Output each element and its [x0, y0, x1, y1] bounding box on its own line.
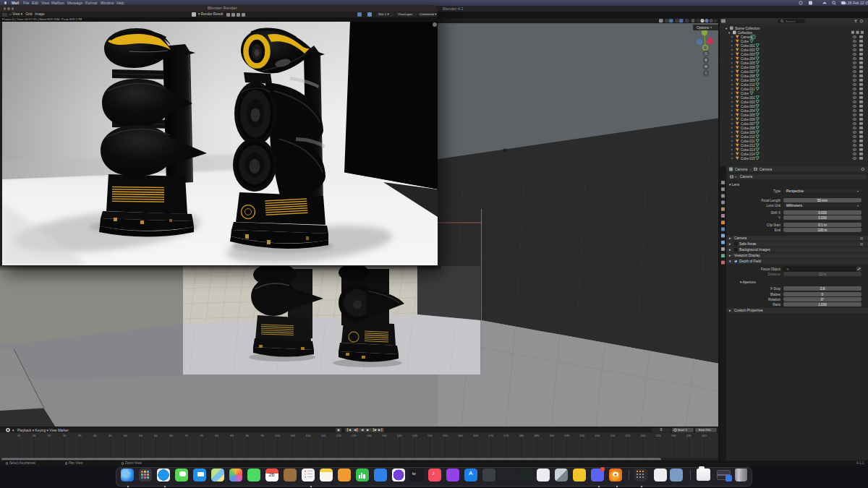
svg-text:Cube.006: Cube.006 — [741, 118, 755, 121]
svg-text:105: 105 — [290, 434, 296, 437]
svg-text:20: 20 — [33, 434, 36, 437]
svg-text:65: 65 — [169, 434, 173, 437]
svg-text:▤: ▤ — [860, 242, 863, 246]
svg-text:100: 100 — [275, 434, 281, 437]
svg-text:140: 140 — [397, 434, 403, 437]
svg-text:135: 135 — [382, 434, 388, 437]
svg-text:130: 130 — [367, 434, 373, 437]
svg-text:0.000: 0.000 — [818, 216, 827, 220]
svg-text:Clip Start: Clip Start — [767, 223, 781, 227]
svg-text:Distance: Distance — [767, 273, 780, 276]
svg-text:Cube: Cube — [741, 92, 749, 95]
svg-text:Camera: Camera — [760, 168, 772, 171]
svg-text:Cube.011: Cube.011 — [741, 87, 755, 91]
svg-text:▾: ▾ — [857, 204, 859, 207]
svg-text:160: 160 — [458, 434, 464, 437]
svg-text:┃◀: ┃◀ — [346, 427, 352, 432]
svg-text:Focus Object: Focus Object — [761, 267, 781, 271]
svg-text:▤: ▤ — [860, 236, 863, 240]
svg-text:Rotation: Rotation — [768, 298, 781, 301]
svg-text:155: 155 — [443, 434, 448, 437]
svg-text:Safe Areas: Safe Areas — [739, 242, 757, 246]
svg-text:170: 170 — [488, 434, 494, 437]
svg-text:Background Images: Background Images — [739, 248, 770, 252]
svg-text:F-Stop: F-Stop — [770, 287, 780, 291]
svg-text:40: 40 — [93, 434, 97, 437]
svg-text:Cube.009: Cube.009 — [741, 131, 755, 134]
svg-text:0°: 0° — [821, 298, 825, 301]
svg-text:6: 6 — [705, 72, 707, 75]
svg-text:Cube.008: Cube.008 — [741, 127, 755, 130]
svg-text:190: 190 — [549, 434, 555, 437]
svg-text:Shift X: Shift X — [770, 211, 780, 215]
svg-text:Cube.003: Cube.003 — [741, 105, 755, 108]
svg-text:Cube.009: Cube.009 — [741, 79, 755, 82]
svg-text:▾: ▾ — [857, 189, 859, 193]
svg-text:185: 185 — [534, 434, 540, 437]
svg-text:60: 60 — [154, 434, 158, 437]
svg-text:95: 95 — [260, 434, 264, 437]
svg-text:Cube.004: Cube.004 — [741, 57, 755, 61]
svg-text:125: 125 — [352, 434, 357, 437]
svg-text:Camera: Camera — [734, 236, 746, 240]
svg-text:Search: Search — [786, 20, 796, 23]
svg-text:2.8: 2.8 — [820, 287, 825, 291]
svg-text:215: 215 — [626, 434, 631, 437]
svg-text:200: 200 — [579, 434, 585, 437]
svg-text:35: 35 — [78, 434, 82, 437]
svg-text:30: 30 — [63, 434, 67, 437]
svg-text:Cube.001: Cube.001 — [741, 96, 755, 100]
svg-text:75: 75 — [200, 434, 203, 437]
svg-text:120: 120 — [336, 434, 342, 437]
svg-text:1.000: 1.000 — [818, 303, 827, 307]
svg-text:End: End — [775, 228, 781, 232]
svg-text:85: 85 — [230, 434, 234, 437]
svg-text:Lens Unit: Lens Unit — [767, 204, 781, 207]
svg-text:Type: Type — [773, 189, 780, 193]
svg-text:0.1 m: 0.1 m — [818, 223, 827, 227]
svg-text:Cube.002: Cube.002 — [741, 48, 755, 52]
svg-text:210: 210 — [610, 434, 616, 437]
svg-text:90: 90 — [245, 434, 249, 437]
svg-text:25: 25 — [48, 434, 51, 437]
svg-text:Cube.007: Cube.007 — [741, 122, 755, 126]
svg-text:80: 80 — [215, 434, 218, 437]
svg-text:0: 0 — [822, 293, 824, 296]
svg-text:Y: Y — [778, 216, 780, 220]
svg-text:Perspective: Perspective — [786, 189, 804, 193]
svg-text:Cube.005: Cube.005 — [741, 114, 755, 117]
svg-text:▾ Aperture: ▾ Aperture — [740, 281, 756, 284]
svg-text:180: 180 — [519, 434, 524, 437]
svg-text:Camera: Camera — [735, 168, 747, 171]
svg-text:225: 225 — [656, 434, 662, 437]
svg-text:Viewport Display: Viewport Display — [734, 254, 760, 257]
svg-text:100 m: 100 m — [818, 228, 827, 232]
svg-text:Cube.004: Cube.004 — [741, 109, 755, 113]
svg-text:240: 240 — [702, 434, 707, 437]
svg-text:115: 115 — [321, 434, 326, 437]
svg-text:Camera: Camera — [740, 175, 752, 179]
svg-text:┃▶: ┃▶ — [373, 427, 378, 432]
svg-text:50 mm: 50 mm — [817, 199, 827, 202]
svg-text:15: 15 — [17, 434, 21, 437]
svg-text:Cube.010: Cube.010 — [741, 135, 755, 139]
svg-text:Cube.008: Cube.008 — [741, 74, 755, 78]
svg-text:Cube.013: Cube.013 — [741, 148, 755, 152]
svg-text:Depth of Field: Depth of Field — [739, 260, 761, 263]
svg-text:Options ˅: Options ˅ — [697, 25, 712, 30]
svg-text:Cube.010: Cube.010 — [741, 83, 755, 87]
svg-text:45: 45 — [109, 434, 112, 437]
svg-text:Blades: Blades — [770, 293, 781, 296]
svg-text:Cube.001: Cube.001 — [741, 44, 755, 48]
svg-text:175: 175 — [503, 434, 509, 437]
svg-text:220: 220 — [641, 434, 647, 437]
svg-text:Cube.015: Cube.015 — [741, 157, 755, 160]
svg-text:Millimeters: Millimeters — [786, 204, 803, 207]
svg-text:Start 1: Start 1 — [678, 428, 687, 432]
svg-text:55: 55 — [139, 434, 142, 437]
svg-text:Custom Properties: Custom Properties — [734, 309, 763, 312]
svg-text:70: 70 — [184, 434, 188, 437]
svg-text:150: 150 — [427, 434, 433, 437]
svg-text:235: 235 — [686, 434, 692, 437]
svg-text:Cube.005: Cube.005 — [741, 61, 755, 65]
